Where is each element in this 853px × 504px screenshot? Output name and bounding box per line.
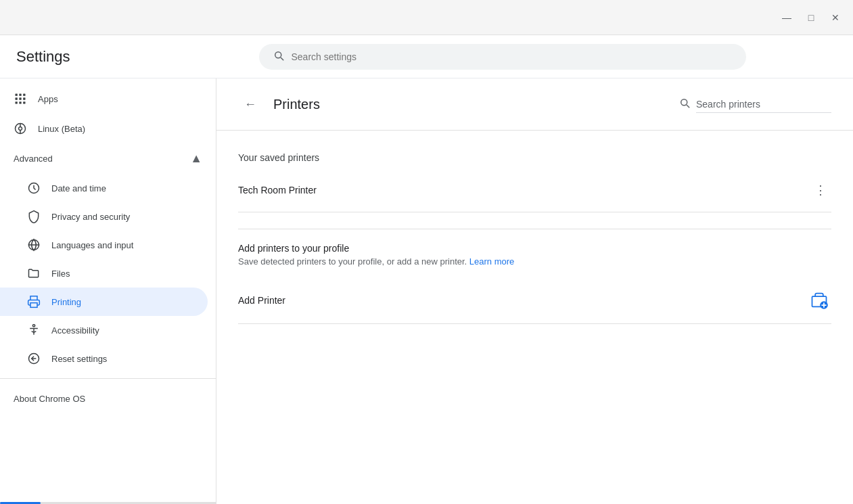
svg-rect-7: [19, 101, 21, 104]
sidebar-item-apps-label: Apps: [38, 94, 58, 104]
add-printer-item: Add Printer: [238, 277, 831, 324]
sidebar-item-date-time[interactable]: Date and time: [0, 174, 208, 202]
sidebar-item-printing-label: Printing: [51, 297, 81, 307]
clock-icon: [27, 181, 41, 195]
search-input[interactable]: [292, 51, 733, 62]
svg-rect-1: [19, 94, 21, 96]
globe-icon: [27, 238, 41, 252]
content-body: Your saved printers Tech Room Printer ⋮ …: [216, 131, 853, 504]
svg-point-10: [19, 127, 22, 131]
search-bar: [259, 44, 746, 70]
advanced-label: Advanced: [14, 154, 53, 164]
close-button[interactable]: ✕: [829, 11, 842, 24]
sidebar-item-accessibility[interactable]: Accessibility: [0, 316, 208, 344]
sidebar-item-apps[interactable]: Apps: [0, 84, 208, 114]
settings-title: Settings: [16, 48, 152, 66]
sidebar: Apps Linux (Beta): [0, 78, 216, 504]
sidebar-item-accessibility-label: Accessibility: [51, 325, 99, 336]
search-container: [259, 44, 746, 70]
sidebar-item-languages-label: Languages and input: [51, 240, 133, 250]
svg-point-16: [32, 325, 34, 327]
svg-rect-0: [16, 94, 18, 96]
sidebar-item-date-time-label: Date and time: [51, 183, 106, 193]
sidebar-item-languages[interactable]: Languages and input: [0, 231, 208, 259]
search-printers-icon: [678, 97, 691, 112]
sidebar-item-files[interactable]: Files: [0, 259, 208, 288]
svg-rect-8: [23, 101, 25, 104]
sidebar-item-reset-label: Reset settings: [51, 354, 107, 364]
svg-rect-15: [30, 303, 37, 308]
main-layout: Apps Linux (Beta): [0, 78, 853, 504]
add-printers-desc: Save detected printers to your profile, …: [238, 256, 831, 267]
svg-rect-6: [16, 101, 18, 104]
sidebar-item-printing[interactable]: Printing: [0, 288, 208, 316]
saved-printers-title: Your saved printers: [238, 147, 831, 168]
advanced-section-header[interactable]: Advanced ▲: [0, 143, 216, 174]
sidebar-item-files-label: Files: [51, 269, 70, 279]
saved-printers-section: Your saved printers Tech Room Printer ⋮: [238, 147, 831, 212]
sidebar-item-linux-label: Linux (Beta): [38, 124, 85, 134]
back-button[interactable]: ←: [238, 92, 262, 116]
sidebar-item-about[interactable]: About Chrome OS: [0, 384, 216, 413]
app-window: — □ ✕ Settings: [0, 0, 853, 504]
printer-icon: [27, 295, 41, 308]
shield-icon: [27, 210, 41, 223]
apps-icon: [14, 92, 27, 106]
window-controls: — □ ✕: [780, 11, 842, 24]
chevron-up-icon: ▲: [190, 152, 202, 166]
sidebar-item-privacy[interactable]: Privacy and security: [0, 202, 208, 231]
search-printers-input[interactable]: [696, 96, 831, 113]
sidebar-item-reset[interactable]: Reset settings: [0, 344, 208, 373]
minimize-button[interactable]: —: [780, 11, 793, 24]
linux-icon: [14, 122, 27, 135]
sidebar-item-privacy-label: Privacy and security: [51, 212, 130, 222]
svg-rect-2: [23, 94, 25, 96]
learn-more-link[interactable]: Learn more: [469, 256, 514, 267]
content-area: ← Printers Your saved printers: [216, 78, 853, 504]
accessibility-icon: [27, 323, 41, 337]
page-title: Printers: [273, 97, 678, 112]
printer-name: Tech Room Printer: [238, 185, 317, 196]
add-printers-description: Save detected printers to your profile, …: [238, 256, 467, 267]
printer-menu-button[interactable]: ⋮: [810, 179, 831, 201]
sidebar-nav: Apps Linux (Beta): [0, 78, 216, 502]
reset-icon: [27, 352, 41, 365]
add-printer-button[interactable]: [807, 288, 831, 313]
printer-item: Tech Room Printer ⋮: [238, 168, 831, 212]
search-icon: [273, 49, 285, 64]
add-printer-label: Add Printer: [238, 295, 285, 306]
title-bar: — □ ✕: [0, 0, 853, 35]
svg-rect-3: [16, 97, 18, 99]
add-printers-title: Add printers to your profile: [238, 243, 831, 254]
add-printers-section: Add printers to your profile Save detect…: [238, 229, 831, 324]
maximize-button[interactable]: □: [804, 11, 818, 24]
settings-header: Settings: [0, 35, 853, 78]
search-printers-container: [678, 96, 831, 113]
folder-icon: [27, 267, 41, 280]
svg-rect-5: [23, 97, 25, 99]
sidebar-item-linux[interactable]: Linux (Beta): [0, 114, 208, 143]
svg-rect-4: [19, 97, 21, 99]
content-header: ← Printers: [216, 78, 853, 131]
